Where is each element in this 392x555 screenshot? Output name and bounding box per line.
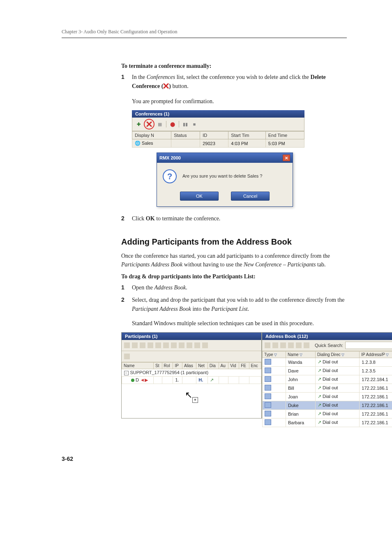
addressbook-row[interactable]: Barbara↗Dial out172.22.186.1: [263, 418, 392, 427]
col-ip[interactable]: IP Address/P▽: [360, 351, 392, 358]
toolbar-icon[interactable]: [124, 342, 130, 348]
toolbar-icon[interactable]: [194, 342, 200, 348]
quick-search-input[interactable]: [345, 342, 392, 349]
ab-ip: 172.22.186.1: [360, 409, 392, 418]
toolbar-icon[interactable]: [296, 342, 302, 348]
col-type[interactable]: Type▽: [263, 351, 286, 358]
toolbar-icon[interactable]: ▦: [156, 120, 164, 128]
text-bold: OK: [146, 215, 155, 222]
addressbook-row[interactable]: Wanda↗Dial out1.2.3.8: [263, 358, 392, 366]
group-label: SUPPORT_1777752954 (1 participant): [130, 370, 209, 375]
col[interactable]: Vid: [228, 362, 239, 369]
conference-row[interactable]: 🌐 Sales 29023 4:03 PM 5:03 PM: [132, 139, 304, 148]
dial-out-icon: ↗: [318, 377, 321, 382]
toolbar-icon[interactable]: [202, 342, 208, 348]
col-id[interactable]: ID: [200, 132, 228, 139]
addressbook-row[interactable]: Brian↗Dial out172.22.186.1: [263, 409, 392, 418]
dial-out-icon: ↗: [318, 385, 321, 391]
addressbook-row[interactable]: John↗Dial out172.22.184.1: [263, 375, 392, 384]
add-participants-heading: Adding Participants from the Address Boo…: [121, 237, 347, 247]
col[interactable]: Rol: [162, 362, 173, 369]
close-icon[interactable]: ✕: [283, 155, 290, 161]
toolbar-icon[interactable]: [280, 342, 286, 348]
col[interactable]: St: [154, 362, 162, 369]
toolbar-icon[interactable]: [163, 342, 169, 348]
intro-para: Once the conference has started, you can…: [121, 252, 347, 269]
toolbar-icon[interactable]: [155, 342, 161, 348]
delete-x-icon: [146, 121, 152, 127]
col[interactable]: Enc: [249, 362, 261, 369]
toolbar-icon[interactable]: [132, 342, 138, 348]
confirm-dialog-message: Are you sure you want to delete Sales ?: [182, 169, 262, 178]
new-conference-icon[interactable]: ✚: [135, 120, 142, 128]
toolbar-icon[interactable]: [265, 342, 270, 348]
toolbar-icon[interactable]: [187, 342, 192, 348]
participants-titlebar: Participants (1): [122, 333, 261, 340]
participant-type-icon: [265, 402, 271, 408]
toolbar-icon[interactable]: [179, 342, 184, 348]
filter-icon[interactable]: ▽: [386, 353, 389, 357]
cancel-button[interactable]: Cancel: [231, 192, 270, 201]
participants-addressbook-screenshot: Participants (1): [121, 332, 392, 419]
participants-group-row[interactable]: −SUPPORT_1777752954 (1 participant): [122, 369, 261, 376]
dial-icon: ↗: [210, 377, 214, 382]
dragdrop-step-1: 1 Open the Address Book.: [121, 283, 347, 292]
col-end[interactable]: End Time: [265, 132, 304, 139]
addressbook-row[interactable]: Duke↗Dial out172.22.186.1: [263, 401, 392, 409]
toolbar-icon[interactable]: [171, 342, 177, 348]
text-em: Participant Address Book: [132, 306, 191, 312]
col-status[interactable]: Status: [171, 132, 200, 139]
text-em: Participant List: [211, 306, 247, 312]
toolbar-icon[interactable]: [304, 342, 309, 348]
addressbook-title: Address Book (112): [265, 334, 308, 339]
addressbook-row[interactable]: Joan↗Dial out172.22.186.1: [263, 392, 392, 401]
conference-id: 29023: [200, 139, 228, 148]
dragdrop-heading: To drag & drop participants into the Par…: [121, 273, 347, 280]
delete-x-icon: [163, 83, 169, 92]
ab-name: Duke: [286, 401, 316, 409]
filter-icon[interactable]: ▽: [300, 353, 302, 357]
col-dial[interactable]: Dialing Direc▽: [316, 351, 360, 358]
toolbar-icon[interactable]: [140, 342, 145, 348]
col[interactable]: IP: [173, 362, 182, 369]
col[interactable]: Dia: [208, 362, 219, 369]
ab-dial: Dial out: [323, 377, 338, 382]
col[interactable]: Name: [122, 362, 154, 369]
toolbar-icon[interactable]: [124, 354, 130, 359]
dial-out-icon: ↗: [318, 402, 321, 408]
toolbar-icon[interactable]: [288, 342, 294, 348]
col-name[interactable]: Name▽: [286, 351, 316, 358]
col[interactable]: Au: [219, 362, 228, 369]
stop-icon[interactable]: ■: [191, 120, 198, 128]
conference-icon: 🌐: [135, 141, 141, 146]
col-display[interactable]: Display N: [132, 132, 171, 139]
tree-collapse-icon[interactable]: −: [124, 371, 129, 375]
participants-panel: Participants (1): [121, 332, 262, 419]
filter-icon[interactable]: ▽: [274, 353, 277, 357]
addressbook-row[interactable]: Bill↗Dial out172.22.186.1: [263, 384, 392, 392]
conference-start: 4:03 PM: [228, 139, 265, 148]
pause-icon[interactable]: ▮▮: [182, 120, 189, 128]
delete-conference-button[interactable]: [144, 119, 154, 130]
ab-dial: Dial out: [323, 402, 338, 407]
col-start[interactable]: Start Tim: [228, 132, 265, 139]
participant-ip: 1.: [173, 376, 182, 384]
text: .: [186, 284, 187, 291]
record-icon[interactable]: ⬤: [169, 120, 176, 128]
ab-ip: 172.22.184.1: [360, 375, 392, 384]
text: Once the conference has started, you can…: [121, 253, 330, 259]
col[interactable]: FE: [239, 362, 249, 369]
col[interactable]: Alias: [182, 362, 196, 369]
toolbar-icon[interactable]: [272, 342, 278, 348]
addressbook-toolbar: Quick Search:: [262, 340, 392, 351]
participant-row[interactable]: D ◄▶ 1. H. ↗: [122, 376, 261, 384]
col[interactable]: Net: [196, 362, 208, 369]
ab-name: Barbara: [286, 418, 316, 427]
ab-dial: Dial out: [323, 394, 338, 399]
addressbook-row[interactable]: Dave↗Dial out1.2.3.5: [263, 366, 392, 375]
filter-icon[interactable]: ▽: [341, 353, 344, 357]
toolbar-icon[interactable]: [148, 342, 153, 348]
ok-button[interactable]: OK: [180, 192, 219, 201]
text-em: Participants Address Book: [121, 261, 182, 268]
terminate-step-1-follow: You are prompted for confirmation.: [132, 97, 347, 106]
